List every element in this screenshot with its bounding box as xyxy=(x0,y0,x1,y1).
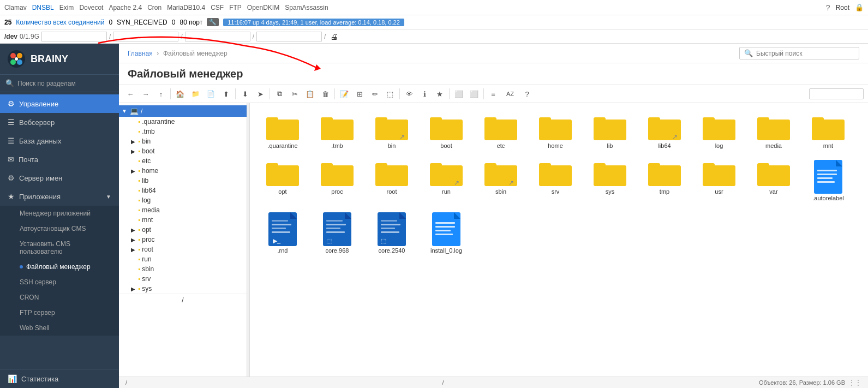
thumb-button[interactable]: ⬜ xyxy=(452,87,466,100)
mkdir-button[interactable]: 📁 xyxy=(188,87,202,100)
file-item-log[interactable]: log xyxy=(693,110,745,153)
sidebar-item-mail[interactable]: ✉ Почта xyxy=(0,150,119,169)
perm-button[interactable]: ⬚ xyxy=(383,87,397,100)
delete-button[interactable]: 🗑 xyxy=(318,87,332,100)
tree-item-lib64[interactable]: ▪ lib64 xyxy=(128,186,247,195)
path-input-3[interactable] xyxy=(185,32,250,41)
file-item-home[interactable]: home xyxy=(529,110,582,153)
file-item-root-dir[interactable]: root xyxy=(366,156,418,206)
file-item-opt[interactable]: opt xyxy=(256,156,309,206)
tab-apache[interactable]: Apache 2.4 xyxy=(109,4,142,11)
tree-item-bin[interactable]: ▶ ▪ bin xyxy=(128,136,247,146)
quick-search-container[interactable]: 🔍 xyxy=(739,47,859,59)
file-item-core968[interactable]: ⬚ core.968 xyxy=(311,208,363,258)
tree-item-tmb[interactable]: ▪ .tmb xyxy=(128,127,247,136)
sidebar-sub-item-ssh[interactable]: SSH сервер xyxy=(0,274,119,290)
sidebar-sub-item-app-manager[interactable]: Менеджер приложений xyxy=(0,206,119,221)
file-item-var[interactable]: var xyxy=(747,156,800,206)
cut-button[interactable]: ✂ xyxy=(288,87,302,100)
tree-item-log[interactable]: ▪ log xyxy=(128,195,247,205)
list-button[interactable]: ≡ xyxy=(486,87,500,100)
tab-csf[interactable]: CSF xyxy=(211,4,224,11)
tree-item-media[interactable]: ▪ media xyxy=(128,205,247,215)
up-button[interactable]: ↑ xyxy=(154,87,168,100)
tab-ftp[interactable]: FTP xyxy=(229,4,242,11)
edit-button[interactable]: 📝 xyxy=(337,87,351,100)
tab-cron[interactable]: Cron xyxy=(147,4,161,11)
tree-item-sys[interactable]: ▶ ▪ sys xyxy=(128,284,247,294)
file-item-quarantine[interactable]: .quarantine xyxy=(256,110,309,153)
file-item-usr[interactable]: usr xyxy=(693,156,745,206)
help-icon[interactable]: ? xyxy=(826,3,830,12)
file-item-tmp[interactable]: tmp xyxy=(638,156,691,206)
upload-button[interactable]: ⬆ xyxy=(219,87,233,100)
mkfile-button[interactable]: 📄 xyxy=(203,87,218,100)
file-item-etc[interactable]: etc xyxy=(475,110,527,153)
sidebar-sub-item-cms-auto[interactable]: Автоустановщик CMS xyxy=(0,221,119,236)
fm-search-input[interactable] xyxy=(809,88,864,99)
code-button[interactable]: ⊞ xyxy=(352,87,367,100)
sidebar-sub-item-webshell[interactable]: Web Shell xyxy=(0,320,119,336)
grid-button[interactable]: ⬜ xyxy=(467,87,481,100)
file-item-srv[interactable]: srv xyxy=(529,156,582,206)
sidebar-item-upravlenie[interactable]: ⚙ Управление xyxy=(0,94,119,113)
tab-mariadb[interactable]: MariaDB10.4 xyxy=(167,4,205,11)
file-item-autorelabel[interactable]: .autorelabel xyxy=(802,156,854,206)
breadcrumb-home[interactable]: Главная xyxy=(128,50,153,57)
file-item-sbin[interactable]: ↗ sbin xyxy=(475,156,527,206)
sidebar-sub-item-cron[interactable]: CRON xyxy=(0,290,119,305)
sidebar-sub-item-cms-user[interactable]: Установить CMS пользователю xyxy=(0,236,119,259)
file-item-core2540[interactable]: ⬚ core.2540 xyxy=(366,208,418,258)
move-button[interactable]: ➤ xyxy=(253,87,267,100)
sidebar-sub-item-file-manager[interactable]: Файловый менеджер xyxy=(0,259,119,274)
file-item-lib[interactable]: lib xyxy=(584,110,636,153)
tree-item-root[interactable]: ▶ ▪ root xyxy=(128,244,247,254)
file-item-install-log[interactable]: install_0.log xyxy=(420,208,472,258)
quick-search-input[interactable] xyxy=(756,50,854,57)
print-icon[interactable]: 🖨 xyxy=(330,32,338,41)
path-input-4[interactable] xyxy=(256,32,322,41)
lock-icon[interactable]: 🔒 xyxy=(855,3,864,11)
sidebar-item-database[interactable]: ☰ База данных xyxy=(0,132,119,150)
file-item-boot[interactable]: boot xyxy=(420,110,472,153)
file-item-rnd[interactable]: ▶_ .rnd xyxy=(256,208,309,258)
tree-item-etc[interactable]: ▪ etc xyxy=(128,156,247,166)
paste-button[interactable]: 📋 xyxy=(303,87,317,100)
tab-dovecot[interactable]: Dovecot xyxy=(79,4,103,11)
tree-item-srv[interactable]: ▪ srv xyxy=(128,274,247,284)
tree-item-proc[interactable]: ▶ ▪ proc xyxy=(128,235,247,244)
file-item-lib64[interactable]: ↗ lib64 xyxy=(638,110,691,153)
tree-item-quarantine[interactable]: ▪ .quarantine xyxy=(128,117,247,127)
tab-clamav[interactable]: Clamav xyxy=(4,4,27,11)
sidebar-item-dns[interactable]: ⚙ Сервер имен xyxy=(0,169,119,187)
tree-item-root[interactable]: ▼ 💻 / xyxy=(119,105,247,117)
forward-button[interactable]: → xyxy=(139,87,153,100)
tab-opendkim[interactable]: OpenDKIM xyxy=(247,4,279,11)
file-item-tmb[interactable]: .tmb xyxy=(311,110,363,153)
tool-icon[interactable]: 🔧 xyxy=(207,18,219,26)
tab-dnsbl[interactable]: DNSBL xyxy=(32,4,54,11)
tree-item-run[interactable]: ▪ run xyxy=(128,254,247,264)
tree-item-home[interactable]: ▶ ▪ home xyxy=(128,166,247,176)
help-button[interactable]: ? xyxy=(520,87,534,100)
tree-item-lib[interactable]: ▪ lib xyxy=(128,176,247,186)
tree-item-mnt[interactable]: ▪ mnt xyxy=(128,215,247,225)
file-item-media[interactable]: media xyxy=(747,110,800,153)
sidebar-item-apps[interactable]: ★ Приложения ▼ xyxy=(0,187,119,206)
file-item-mnt[interactable]: mnt xyxy=(802,110,854,153)
rename-button[interactable]: ✏ xyxy=(368,87,382,100)
info-button[interactable]: ℹ xyxy=(417,87,432,100)
connections-label[interactable]: Количество всех соединений xyxy=(16,19,104,26)
view-button[interactable]: 👁 xyxy=(402,87,416,100)
sidebar-search[interactable]: 🔍 Поиск по разделам xyxy=(0,75,119,92)
sidebar-item-webserver[interactable]: ☰ Вебсервер xyxy=(0,113,119,132)
sidebar-sub-item-ftp[interactable]: FTP сервер xyxy=(0,305,119,320)
path-input-2[interactable] xyxy=(113,32,178,41)
file-item-run[interactable]: ↗ run xyxy=(420,156,472,206)
download-button[interactable]: ⬇ xyxy=(238,87,252,100)
tab-spamassassin[interactable]: SpamAssassin xyxy=(285,4,328,11)
home-button[interactable]: 🏠 xyxy=(173,87,187,100)
file-item-sys[interactable]: sys xyxy=(584,156,636,206)
sort-button[interactable]: AZ xyxy=(501,87,519,100)
tab-exim[interactable]: Exim xyxy=(59,4,74,11)
